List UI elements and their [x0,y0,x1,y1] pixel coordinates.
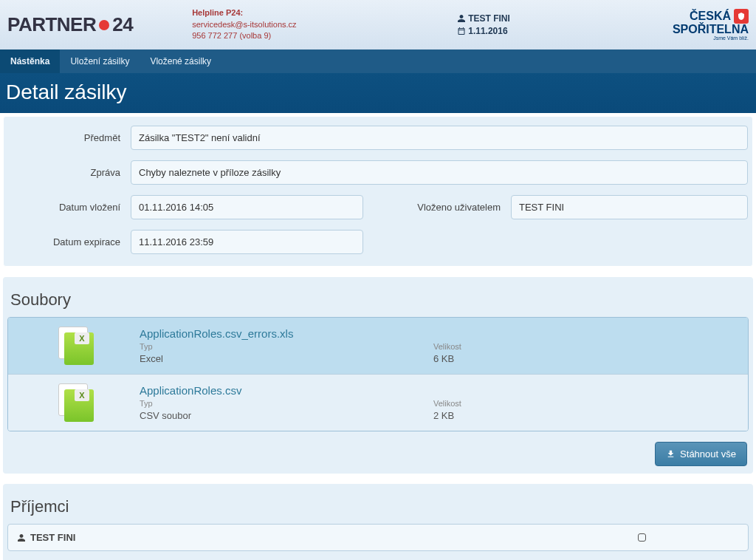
helpline-phone: 956 772 277 (volba 9) [192,30,296,41]
nav-packages[interactable]: Vložené zásilky [140,49,221,73]
recipient-name: TEST FINI [30,532,75,543]
field-inserted[interactable]: 01.11.2016 14:05 [131,195,363,219]
file-size-label: Velikost [433,399,461,408]
recipient-row[interactable]: TEST FINI [7,524,749,551]
calendar-icon [457,27,466,35]
bank-line1: ČESKÁ [690,10,731,21]
page-title: Detail zásilky [0,73,756,113]
files-title: Soubory [10,290,749,310]
main-nav: Nástěnka Uložení zásilky Vložené zásilky [0,49,756,73]
logo-text-a: PARTNER [7,13,96,36]
recipient-user-icon [17,533,26,542]
file-size-value: 6 KB [433,353,461,364]
label-inserted: Datum vložení [8,202,131,213]
ceska-sporitelna-logo: ČESKÁ SPOŘITELNA Jsme Vám blíž. [673,9,749,41]
recipient-checkbox[interactable] [638,533,646,542]
bank-line2: SPOŘITELNA [673,24,749,35]
file-list: X ApplicationRoles.csv_errors.xls Typ Ex… [7,317,749,431]
label-inserted-by: Vloženo uživatelem [396,202,511,213]
field-inserted-by[interactable]: TEST FINI [511,195,748,219]
file-type-label: Typ [140,342,433,351]
download-all-button[interactable]: Stáhnout vše [655,442,747,466]
file-name[interactable]: ApplicationRoles.csv [140,384,433,397]
files-panel: Soubory X ApplicationRoles.csv_errors.xl… [3,277,753,474]
file-type-value: Excel [140,353,433,364]
csv-file-icon: X [58,383,97,422]
label-expires: Datum expirace [8,236,131,247]
helpline-block: Helpline P24: servicedesk@s-itsolutions.… [192,7,296,41]
nav-save-package[interactable]: Uložení zásilky [60,49,140,73]
logo-text-b: 24 [112,13,133,36]
file-size-value: 2 KB [433,410,461,421]
field-message[interactable]: Chyby naleznete v příloze zásilky [131,160,748,185]
helpline-email[interactable]: servicedesk@s-itsolutions.cz [192,19,296,30]
header-bar: PARTNER 24 Helpline P24: servicedesk@s-i… [0,0,756,49]
nav-dashboard[interactable]: Nástěnka [0,49,60,73]
file-name[interactable]: ApplicationRoles.csv_errors.xls [140,327,433,340]
user-info: TEST FINI 1.11.2016 [457,13,510,38]
label-message: Zpráva [8,167,131,178]
helpline-title: Helpline P24: [192,7,296,18]
recipients-title: Příjemci [10,497,749,516]
excel-file-icon: X [58,327,97,365]
detail-form-panel: Předmět Zásilka "TEST2" není validní Zpr… [3,116,753,267]
field-expires[interactable]: 11.11.2016 23:59 [131,230,363,254]
file-type-value: CSV soubor [140,410,433,421]
file-row[interactable]: X ApplicationRoles.csv_errors.xls Typ Ex… [8,318,748,375]
file-row[interactable]: X ApplicationRoles.csv Typ CSV soubor Ve… [8,375,748,431]
file-type-label: Typ [140,399,433,408]
bank-accent-icon [734,9,749,24]
user-icon [457,14,466,23]
field-subject[interactable]: Zásilka "TEST2" není validní [131,126,748,150]
bank-tagline: Jsme Vám blíž. [713,36,749,41]
logo-dot-icon [99,20,109,30]
download-icon [666,449,676,459]
recipients-panel: Příjemci TEST FINI [3,484,753,560]
download-all-label: Stáhnout vše [680,448,736,460]
user-date: 1.11.2016 [468,25,507,38]
partner24-logo: PARTNER 24 [7,13,133,36]
user-name: TEST FINI [468,13,510,25]
label-subject: Předmět [8,132,131,143]
file-size-label: Velikost [433,342,461,351]
